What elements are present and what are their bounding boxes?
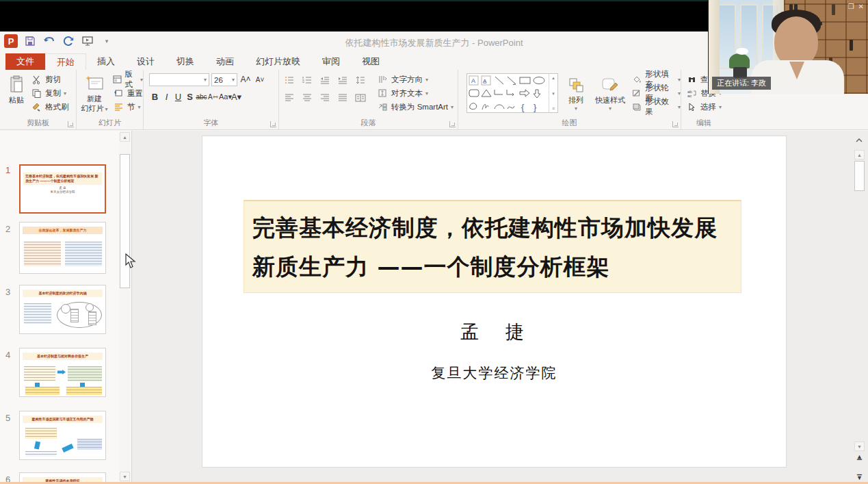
layout-button[interactable]: 版式▾: [112, 73, 143, 86]
arrange-button[interactable]: 排列 ▾: [562, 73, 590, 112]
paragraph-dialog-launcher[interactable]: [449, 121, 456, 127]
copy-button[interactable]: 复制▾: [30, 86, 69, 100]
thumbnail-slide-3[interactable]: 基本经济制度的政治经济学内涵: [19, 285, 106, 334]
thumb-scroll-down-icon[interactable]: ▼: [120, 472, 130, 481]
slide-title-line2: 新质生产力 ——一个制度分析框架: [252, 247, 733, 286]
arrange-icon: [568, 77, 584, 93]
group-font: ▾ 26▾ A˄ A˅ B I U S abc A⇿ Aa▾ A▾ 字体: [144, 70, 279, 129]
cut-button[interactable]: 剪切: [30, 73, 69, 86]
quick-styles-icon: [601, 77, 619, 93]
select-button[interactable]: 选择▾: [685, 100, 722, 114]
video-call-overlay[interactable]: ❐ ✕ 正在讲话: 李政: [708, 0, 868, 94]
italic-button[interactable]: I: [161, 92, 172, 102]
shape-effects-button[interactable]: 形状效果▾: [631, 100, 681, 114]
section-button[interactable]: 节▾: [112, 100, 143, 114]
thumbnail-slide-2[interactable]: 全面深化改革，发展新质生产力: [19, 222, 106, 274]
svg-text:A: A: [471, 77, 475, 84]
shapes-scroll-up-icon[interactable]: ▴: [552, 75, 555, 81]
editing-group-label: 编辑: [681, 118, 763, 128]
thumbnail-slide-4[interactable]: 基本经济制度与相对剩余价值生产: [19, 348, 106, 397]
tab-home[interactable]: 开始: [45, 53, 86, 70]
align-right-icon[interactable]: [319, 92, 331, 104]
new-slide-button[interactable]: 新建 幻灯片 ▾: [79, 71, 109, 114]
font-group-label: 字体: [144, 118, 278, 128]
tab-transitions[interactable]: 切换: [166, 53, 205, 70]
slide-affiliation[interactable]: 复旦大学经济学院: [202, 364, 786, 383]
align-text-button[interactable]: 对齐文本▾: [376, 86, 453, 100]
font-dialog-launcher[interactable]: [270, 121, 276, 127]
tab-insert[interactable]: 插入: [86, 53, 126, 70]
collapse-ribbon-icon[interactable]: [855, 138, 863, 143]
slide[interactable]: 完善基本经济制度，依托建构性市场加快发展 新质生产力 ——一个制度分析框架 孟 …: [202, 136, 787, 468]
shape-effects-icon: [631, 101, 642, 113]
thumbnail-slide-5[interactable]: 建构性市场是国家与市场交互作用的产物: [19, 411, 106, 460]
tab-file[interactable]: 文件: [5, 53, 45, 70]
drawing-dialog-launcher[interactable]: [672, 121, 679, 127]
reset-button[interactable]: 重置: [112, 86, 143, 100]
main-scroll-down-icon[interactable]: ▼: [854, 442, 865, 451]
thumbnail-scrollbar[interactable]: ▲ ▼: [119, 131, 131, 484]
align-text-label: 对齐文本: [391, 88, 423, 99]
thumbnail-slide-1[interactable]: 完善基本经济制度，依托建构性市场加快发展 新质生产力 ——一个制度分析框架 孟 …: [19, 164, 106, 214]
font-color-button[interactable]: A▾: [231, 92, 242, 102]
slide-thumbnail-panel: 1 完善基本经济制度，依托建构性市场加快发展 新质生产力 ——一个制度分析框架 …: [0, 131, 132, 484]
slide-author[interactable]: 孟 捷: [202, 320, 786, 344]
font-name-combo[interactable]: ▾: [149, 73, 209, 86]
shapes-cells: AA̲ {}: [467, 74, 549, 112]
shadow-button[interactable]: S: [184, 92, 196, 102]
group-drawing: AA̲ {} ▴▾≡ 排列 ▾ 快速样式 ▾: [458, 70, 681, 129]
tab-slideshow[interactable]: 幻灯片放映: [245, 53, 311, 70]
tab-design[interactable]: 设计: [126, 53, 166, 70]
font-size-combo[interactable]: 26▾: [211, 73, 237, 86]
increase-indent-icon[interactable]: [337, 74, 349, 86]
paragraph-group-label: 段落: [279, 118, 458, 128]
grow-font-icon[interactable]: A˄: [239, 73, 252, 86]
bullets-icon[interactable]: [283, 74, 295, 86]
format-painter-label: 格式刷: [45, 102, 69, 112]
columns-icon[interactable]: [354, 92, 367, 104]
char-spacing-button[interactable]: A⇿: [207, 93, 219, 101]
underline-button[interactable]: U: [172, 92, 184, 102]
decrease-indent-icon[interactable]: [319, 74, 331, 86]
tab-view[interactable]: 视图: [351, 53, 391, 70]
shapes-scroll-down-icon[interactable]: ▾: [552, 91, 555, 97]
line-spacing-icon[interactable]: [354, 74, 367, 86]
justify-icon[interactable]: [337, 92, 349, 104]
main-scroll-thumb[interactable]: [854, 161, 865, 191]
align-left-icon[interactable]: [283, 92, 295, 104]
quick-styles-button[interactable]: 快速样式 ▾: [591, 73, 629, 112]
text-direction-label: 文字方向: [391, 75, 423, 85]
paste-button[interactable]: 粘贴: [4, 71, 29, 105]
thumb3-title: 基本经济制度的政治经济学内涵: [23, 290, 103, 297]
participant-face: [774, 16, 818, 67]
font-size-value: 26: [214, 76, 223, 84]
reset-icon: [112, 87, 124, 99]
thumb4-title: 基本经济制度与相对剩余价值生产: [23, 353, 103, 360]
convert-smartart-button[interactable]: 转换为 SmartArt▾: [376, 100, 453, 114]
text-direction-button[interactable]: 文字方向▾: [376, 73, 453, 86]
select-label: 选择: [700, 102, 716, 112]
video-close-icon[interactable]: ✕: [858, 3, 864, 10]
shrink-font-icon[interactable]: A˅: [254, 73, 266, 86]
thumb-scroll-up-icon[interactable]: ▲: [120, 132, 130, 142]
shapes-gallery[interactable]: AA̲ {} ▴▾≡: [466, 73, 558, 113]
change-case-button[interactable]: Aa▾: [219, 92, 231, 101]
align-center-icon[interactable]: [301, 92, 313, 104]
tab-animations[interactable]: 动画: [205, 53, 245, 70]
shapes-gallery-scrollbar[interactable]: ▴▾≡: [549, 74, 557, 112]
video-layout-icon[interactable]: ❐: [848, 3, 854, 10]
format-painter-button[interactable]: 格式刷: [30, 100, 69, 114]
next-slide-button[interactable]: ▁▼: [855, 469, 864, 481]
shapes-more-icon[interactable]: ≡: [552, 106, 555, 111]
numbering-icon[interactable]: [301, 74, 313, 86]
strikethrough-button[interactable]: abc: [196, 93, 207, 101]
slide-title-box[interactable]: 完善基本经济制度，依托建构性市场加快发展 新质生产力 ——一个制度分析框架: [244, 200, 741, 293]
previous-slide-button[interactable]: ▲▔: [855, 454, 864, 466]
plant-leaves: [729, 53, 750, 68]
main-scroll-up-icon[interactable]: ▲: [854, 150, 865, 160]
tab-review[interactable]: 审阅: [311, 53, 351, 70]
thumb5-title: 建构性市场是国家与市场交互作用的产物: [23, 416, 103, 423]
main-vertical-scrollbar[interactable]: ▲ ▼ ▲▔ ▁▼: [854, 132, 865, 484]
clipboard-dialog-launcher[interactable]: [68, 121, 74, 127]
bold-button[interactable]: B: [149, 92, 161, 102]
